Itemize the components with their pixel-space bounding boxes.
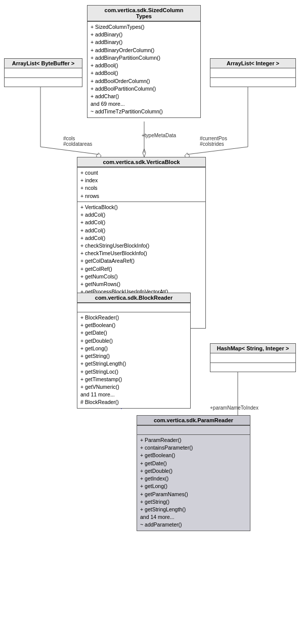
param-reader-title: com.vertica.sdk.ParamReader <box>137 416 250 425</box>
param-reader-box: com.vertica.sdk.ParamReader + ParamReade… <box>137 415 250 531</box>
svg-marker-4 <box>143 149 146 157</box>
param-reader-methods: + ParamReader() + containsParameter() + … <box>137 434 250 531</box>
sct-method-6: + addBool() <box>91 62 197 69</box>
array-list-bytebuffer-title: ArrayList< ByteBuffer > <box>5 59 82 68</box>
label-type-metadata: +typeMetaData <box>142 133 176 138</box>
array-list-bytebuffer-box: ArrayList< ByteBuffer > <box>4 58 82 87</box>
array-list-bytebuffer-empty2 <box>5 77 82 87</box>
array-list-bytebuffer-empty <box>5 68 82 77</box>
hashmap-title: HashMap< String, Integer > <box>210 344 295 353</box>
array-list-integer-title: ArrayList< Integer > <box>210 59 295 68</box>
sct-method-3: + addBinary() <box>91 38 197 46</box>
hashmap-empty2 <box>210 363 295 372</box>
svg-line-6 <box>187 147 248 154</box>
sct-method-12: ~ addTimeTzPartitionColumn() <box>91 108 197 115</box>
label-param-name-to-index: +paramNameToIndex <box>210 405 258 411</box>
block-reader-box: com.vertica.sdk.BlockReader + BlockReade… <box>77 293 191 409</box>
sct-method-7: + addBool() <box>91 69 197 77</box>
sct-method-1: + SizedColumnTypes() <box>91 23 197 31</box>
sct-method-9: + addBoolPartitionColumn() <box>91 85 197 93</box>
sized-column-types-box: com.vertica.sdk.SizedColumnTypes + Sized… <box>87 5 201 118</box>
param-reader-empty <box>137 425 250 434</box>
vertica-block-title: com.vertica.sdk.VerticaBlock <box>77 157 205 167</box>
block-reader-methods: + BlockReader() + getBoolean() + getDate… <box>77 312 190 408</box>
vertica-block-attrs: + count + index + ncols + nrows <box>77 167 205 202</box>
hashmap-box: HashMap< String, Integer > <box>210 343 296 372</box>
sct-method-5: + addBinaryPartitionColumn() <box>91 54 197 62</box>
diagram-container: ArrayList< ByteBuffer > com.vertica.sdk.… <box>0 0 303 644</box>
sct-method-2: + addBinary() <box>91 31 197 38</box>
array-list-integer-empty2 <box>210 77 295 87</box>
sized-column-types-methods: + SizedColumnTypes() + addBinary() + add… <box>88 21 200 117</box>
array-list-integer-box: ArrayList< Integer > <box>210 58 296 87</box>
sct-method-10: + addChar() <box>91 93 197 100</box>
array-list-integer-empty <box>210 68 295 77</box>
label-cols-coldatareas: #cols #coldatareas <box>63 136 92 147</box>
sized-column-types-title: com.vertica.sdk.SizedColumnTypes <box>88 6 200 21</box>
block-reader-title: com.vertica.sdk.BlockReader <box>77 293 190 303</box>
svg-line-1 <box>40 147 99 154</box>
sct-method-8: + addBoolOrderColumn() <box>91 77 197 85</box>
label-currentpos-colstrides: #currentPos #colstrides <box>200 136 227 147</box>
block-reader-attrs <box>77 303 190 312</box>
hashmap-empty1 <box>210 353 295 363</box>
sct-method-4: + addBinaryOrderColumn() <box>91 47 197 54</box>
sct-method-11: and 69 more... <box>91 100 197 108</box>
